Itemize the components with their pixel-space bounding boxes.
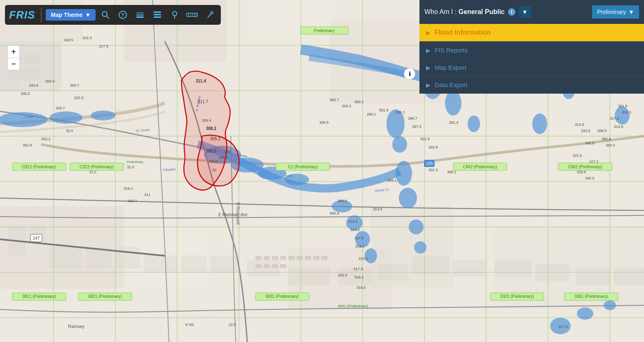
map-theme-button[interactable]: Map Theme ▼ bbox=[46, 9, 96, 21]
svg-point-74 bbox=[414, 241, 426, 254]
svg-text:301.9: 301.9 bbox=[420, 137, 430, 141]
measure-button[interactable] bbox=[185, 7, 199, 22]
svg-text:0831 (Preliminary): 0831 (Preliminary) bbox=[338, 304, 368, 308]
svg-text:353.4: 353.4 bbox=[45, 79, 55, 83]
svg-line-204 bbox=[107, 16, 109, 19]
panel-item-data-export[interactable]: ▶ Data Export bbox=[419, 76, 644, 94]
svg-text:295.1: 295.1 bbox=[396, 110, 405, 114]
svg-text:314.8: 314.8 bbox=[614, 125, 623, 129]
svg-rect-211 bbox=[154, 14, 161, 15]
svg-text:301.3: 301.3 bbox=[449, 120, 459, 125]
svg-text:316.3: 316.3 bbox=[82, 36, 92, 40]
svg-point-73 bbox=[409, 219, 424, 234]
svg-rect-196 bbox=[305, 256, 311, 260]
svg-point-78 bbox=[365, 248, 377, 263]
svg-text:315.2: 315.2 bbox=[358, 257, 368, 261]
map-theme-arrow: ▼ bbox=[85, 12, 91, 18]
zoom-in-button[interactable]: + bbox=[7, 45, 20, 58]
panel-item-map-export[interactable]: ▶ Map Export bbox=[419, 59, 644, 76]
svg-point-55 bbox=[49, 111, 82, 124]
legend-button[interactable] bbox=[167, 7, 182, 22]
svg-text:318.7: 318.7 bbox=[355, 244, 365, 248]
svg-point-72 bbox=[399, 188, 417, 208]
svg-text:320.3: 320.3 bbox=[74, 96, 84, 100]
svg-text:305.1: 305.1 bbox=[210, 137, 220, 141]
svg-rect-201 bbox=[272, 264, 278, 268]
data-export-arrow-icon: ▶ bbox=[426, 82, 431, 88]
svg-point-63 bbox=[468, 116, 480, 132]
help-button[interactable]: ? bbox=[115, 7, 130, 22]
preliminary-dropdown-button[interactable]: Preliminary ▼ bbox=[592, 5, 639, 19]
svg-text:300.7: 300.7 bbox=[70, 83, 80, 87]
who-am-i-info-icon[interactable]: i bbox=[508, 8, 515, 16]
svg-text:Preliminary: Preliminary bbox=[127, 160, 143, 164]
map-export-label: Map Export bbox=[435, 64, 466, 71]
svg-rect-208 bbox=[136, 14, 144, 16]
svg-point-71 bbox=[396, 161, 412, 186]
svg-rect-36 bbox=[614, 268, 644, 285]
svg-rect-194 bbox=[288, 256, 295, 260]
svg-text:341.5: 341.5 bbox=[585, 141, 595, 145]
svg-text:32.0: 32.0 bbox=[127, 165, 134, 169]
svg-text:306.4: 306.4 bbox=[330, 211, 339, 215]
svg-text:306.0: 306.0 bbox=[218, 156, 228, 160]
svg-rect-207 bbox=[136, 12, 144, 14]
svg-text:309.4: 309.4 bbox=[202, 118, 211, 123]
svg-text:311: 311 bbox=[144, 193, 150, 197]
svg-text:303: 303 bbox=[225, 149, 231, 153]
svg-point-80 bbox=[577, 307, 593, 320]
svg-rect-193 bbox=[280, 256, 286, 260]
panel-item-fis-reports[interactable]: ▶ FIS Reports bbox=[419, 42, 644, 59]
svg-text:0821 (Preliminary): 0821 (Preliminary) bbox=[88, 294, 122, 299]
who-am-i-separator: : bbox=[455, 8, 459, 15]
svg-text:322.6: 322.6 bbox=[573, 153, 582, 158]
identify-button[interactable]: i bbox=[202, 7, 217, 22]
svg-rect-31 bbox=[412, 256, 449, 274]
svg-text:385.8: 385.8 bbox=[602, 137, 611, 141]
svg-text:319.7: 319.7 bbox=[128, 199, 137, 203]
svg-point-81 bbox=[604, 300, 616, 310]
list-button[interactable] bbox=[150, 7, 165, 22]
svg-text:319.1: 319.1 bbox=[124, 186, 133, 191]
layers-button[interactable] bbox=[133, 7, 148, 22]
svg-text:311.4: 311.4 bbox=[196, 79, 206, 83]
who-am-i-dropdown-button[interactable]: ▼ bbox=[519, 6, 531, 18]
svg-rect-198 bbox=[321, 256, 328, 260]
svg-text:325.7: 325.7 bbox=[56, 106, 65, 110]
who-am-i-role: General Public bbox=[459, 8, 505, 15]
svg-text:22.0: 22.0 bbox=[229, 323, 236, 327]
panel-item-flood-information[interactable]: ▶ Flood Information bbox=[419, 24, 644, 42]
svg-point-62 bbox=[445, 91, 461, 116]
svg-text:E Mk: E Mk bbox=[185, 323, 194, 327]
flood-info-label: Flood Information bbox=[435, 29, 491, 36]
svg-text:297.3: 297.3 bbox=[412, 125, 422, 129]
svg-text:306.0: 306.0 bbox=[208, 160, 218, 164]
svg-rect-199 bbox=[255, 264, 262, 268]
who-am-i-prefix: Who Am I bbox=[424, 8, 453, 15]
fis-reports-label: FIS Reports bbox=[435, 47, 468, 54]
svg-text:333.5: 333.5 bbox=[581, 129, 590, 133]
svg-text:313.8: 313.8 bbox=[575, 123, 584, 127]
map-export-arrow-icon: ▶ bbox=[426, 64, 431, 71]
svg-rect-5 bbox=[247, 0, 330, 41]
svg-text:308.2: 308.2 bbox=[206, 126, 216, 131]
svg-rect-20 bbox=[8, 243, 25, 256]
svg-text:317.5: 317.5 bbox=[558, 325, 568, 329]
svg-rect-195 bbox=[297, 256, 303, 260]
svg-point-65 bbox=[532, 113, 547, 134]
zoom-controls: + − bbox=[7, 45, 20, 70]
svg-rect-35 bbox=[577, 268, 610, 285]
fris-logo: FRIS bbox=[9, 9, 35, 21]
svg-text:E Markham Ave: E Markham Ave bbox=[218, 212, 248, 217]
toolbar-divider bbox=[41, 7, 42, 22]
svg-rect-32 bbox=[453, 260, 486, 276]
svg-text:317.3: 317.3 bbox=[354, 267, 363, 271]
svg-rect-210 bbox=[154, 12, 161, 13]
zoom-out-button[interactable]: − bbox=[7, 58, 20, 70]
svg-text:306.5: 306.5 bbox=[319, 120, 329, 125]
search-button[interactable] bbox=[98, 7, 113, 22]
svg-text:313.9: 313.9 bbox=[373, 207, 382, 211]
compass-button[interactable]: ℹ bbox=[404, 68, 415, 80]
svg-text:343.5: 343.5 bbox=[64, 38, 73, 42]
svg-text:Ramsey: Ramsey bbox=[68, 324, 85, 329]
